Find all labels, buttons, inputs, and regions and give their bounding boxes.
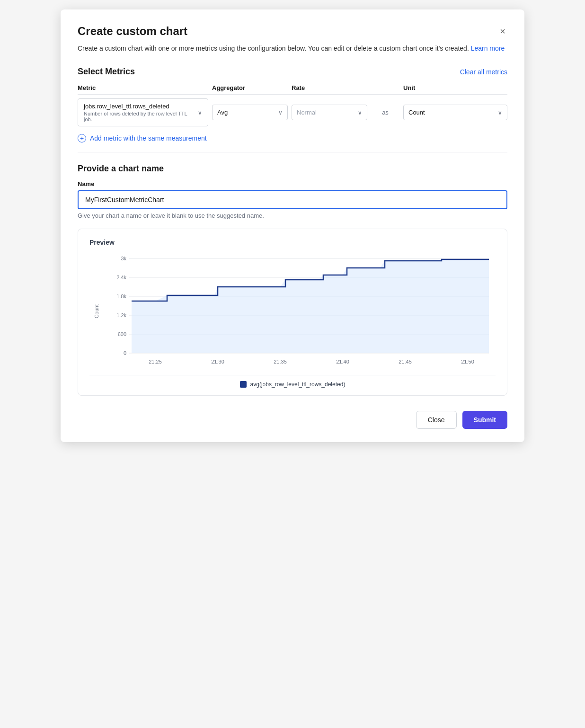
metric-chevron-down-icon: ∨ (198, 109, 202, 116)
y-axis-label: Count (94, 304, 99, 318)
metric-row: jobs.row_level_ttl.rows_deleted Number o… (78, 98, 507, 126)
chart-name-section: Provide a chart name Name Give your char… (78, 164, 507, 219)
metric-col-header: Metric (78, 84, 208, 91)
name-hint: Give your chart a name or leave it blank… (78, 212, 507, 219)
metric-description: Number of rows deleted by the row level … (84, 111, 194, 122)
aggregator-chevron-down-icon: ∨ (278, 109, 283, 116)
metrics-section-header: Select Metrics Clear all metrics (78, 67, 507, 77)
preview-section: Preview Count 3k 2.4k (78, 229, 507, 396)
svg-text:1.8k: 1.8k (116, 293, 126, 299)
close-button[interactable]: Close (416, 411, 457, 429)
legend-label: avg(jobs_row_level_ttl_rows_deleted) (250, 381, 346, 388)
svg-text:2.4k: 2.4k (116, 275, 126, 280)
chart-svg: 3k 2.4k 1.8k 1.2k 600 0 21:25 21:30 21:3… (104, 254, 496, 367)
create-custom-chart-modal: Create custom chart × Create a custom ch… (61, 9, 524, 442)
rate-value: Normal (297, 109, 317, 116)
add-metric-button[interactable]: + Add metric with the same measurement (78, 132, 207, 144)
metrics-table-header: Metric Aggregator Rate Unit (78, 82, 507, 95)
preview-title: Preview (89, 239, 496, 246)
legend-color-box (240, 381, 247, 388)
learn-more-link[interactable]: Learn more (471, 44, 505, 52)
svg-text:1.2k: 1.2k (116, 312, 126, 318)
metrics-section-title: Select Metrics (78, 67, 135, 77)
modal-title: Create custom chart (78, 25, 187, 38)
clear-all-metrics-button[interactable]: Clear all metrics (460, 68, 507, 76)
rate-col-header: Rate (292, 84, 367, 91)
rate-chevron-down-icon: ∨ (358, 109, 362, 116)
modal-header: Create custom chart × (78, 25, 507, 38)
svg-text:3k: 3k (121, 256, 126, 261)
svg-text:21:30: 21:30 (211, 359, 224, 364)
section-divider (78, 152, 507, 152)
chart-name-input[interactable] (78, 190, 507, 209)
close-icon-button[interactable]: × (498, 25, 507, 38)
svg-text:21:35: 21:35 (274, 359, 287, 364)
svg-text:21:25: 21:25 (149, 359, 162, 364)
add-metric-label: Add metric with the same measurement (90, 134, 207, 142)
chart-legend: avg(jobs_row_level_ttl_rows_deleted) (89, 375, 496, 388)
chart-name-section-title: Provide a chart name (78, 164, 507, 174)
aggregator-col-header: Aggregator (212, 84, 288, 91)
svg-text:21:40: 21:40 (336, 359, 349, 364)
svg-text:0: 0 (124, 350, 126, 356)
add-metric-plus-icon: + (78, 134, 86, 142)
submit-button[interactable]: Submit (462, 411, 507, 429)
aggregator-value: Avg (217, 109, 228, 116)
svg-text:21:50: 21:50 (461, 359, 474, 364)
aggregator-selector[interactable]: Avg ∨ (212, 105, 288, 120)
svg-text:600: 600 (118, 331, 126, 337)
unit-as-spacer (371, 84, 399, 91)
svg-text:21:45: 21:45 (399, 359, 412, 364)
unit-selector[interactable]: Count ∨ (403, 105, 507, 120)
unit-col-header: Unit (403, 84, 507, 91)
unit-chevron-down-icon: ∨ (498, 109, 502, 116)
close-icon: × (500, 26, 505, 36)
unit-value: Count (408, 109, 425, 116)
as-label: as (371, 109, 399, 116)
modal-description: Create a custom chart with one or more m… (78, 44, 507, 53)
footer-buttons: Close Submit (78, 409, 507, 429)
name-label: Name (78, 180, 507, 187)
metric-selector[interactable]: jobs.row_level_ttl.rows_deleted Number o… (78, 98, 208, 126)
svg-marker-18 (132, 259, 489, 353)
rate-selector[interactable]: Normal ∨ (292, 105, 367, 120)
metric-name: jobs.row_level_ttl.rows_deleted (84, 103, 194, 110)
